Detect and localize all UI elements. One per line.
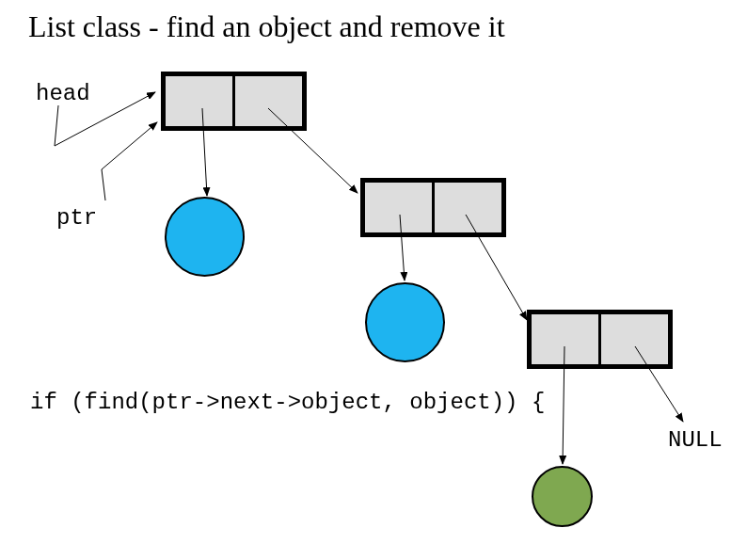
object-circle-3 bbox=[532, 466, 593, 527]
node-next-cell bbox=[435, 183, 501, 232]
ptr-line-1 bbox=[102, 169, 105, 200]
slide-title: List class - find an object and remove i… bbox=[28, 9, 505, 44]
node-box-1 bbox=[161, 72, 307, 131]
code-line: if (find(ptr->next->object, object)) { bbox=[30, 390, 545, 415]
ptr-line-2 bbox=[102, 122, 157, 169]
object-circle-1 bbox=[165, 197, 245, 277]
head-line-1 bbox=[55, 105, 58, 146]
null-label: NULL bbox=[668, 427, 723, 453]
node-data-cell bbox=[532, 314, 601, 364]
node-data-cell bbox=[365, 183, 435, 232]
node-data-cell bbox=[166, 76, 235, 126]
head-label: head bbox=[36, 81, 90, 106]
arrows-svg bbox=[0, 0, 747, 560]
ptr-label: ptr bbox=[56, 205, 97, 231]
node-box-3 bbox=[527, 310, 673, 369]
node-box-2 bbox=[360, 178, 506, 237]
node-next-cell bbox=[601, 314, 668, 364]
object-circle-2 bbox=[365, 282, 445, 362]
node-next-cell bbox=[235, 76, 302, 126]
